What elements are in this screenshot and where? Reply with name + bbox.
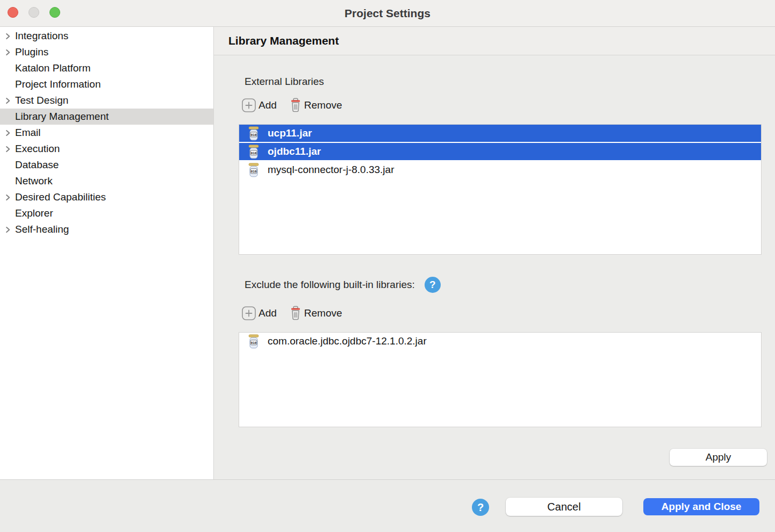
apply-and-close-button[interactable]: Apply and Close bbox=[643, 498, 759, 515]
sidebar-item-test-design[interactable]: Test Design bbox=[0, 92, 213, 109]
exclude-libraries-label: Exclude the following built-in libraries… bbox=[245, 279, 415, 291]
sidebar-item-label: Database bbox=[15, 159, 59, 171]
sidebar-item-project-information[interactable]: Project Information bbox=[0, 76, 213, 92]
external-toolbar: Add Remove bbox=[242, 98, 355, 113]
external-remove-button[interactable]: Remove bbox=[290, 98, 342, 113]
svg-text:010: 010 bbox=[251, 341, 257, 344]
remove-button-label: Remove bbox=[304, 307, 342, 319]
settings-sidebar: IntegrationsPluginsKatalon PlatformProje… bbox=[0, 27, 214, 479]
svg-text:010: 010 bbox=[251, 133, 257, 136]
exclude-remove-button[interactable]: Remove bbox=[290, 306, 342, 321]
library-name: mysql-connector-j-8.0.33.jar bbox=[268, 164, 394, 176]
library-row-ojdbc11-jar[interactable]: 010ojdbc11.jar bbox=[239, 143, 761, 160]
settings-tree: IntegrationsPluginsKatalon PlatformProje… bbox=[0, 28, 213, 238]
exclude-help-icon[interactable]: ? bbox=[425, 277, 441, 293]
library-name: com.oracle.jdbc.ojdbc7-12.1.0.2.jar bbox=[268, 335, 427, 347]
page-title: Library Management bbox=[228, 34, 339, 47]
sidebar-item-execution[interactable]: Execution bbox=[0, 141, 213, 157]
jar-file-icon: 010 bbox=[248, 145, 260, 159]
main-panel: Library Management External Libraries Ad… bbox=[214, 27, 775, 479]
sidebar-item-explorer[interactable]: Explorer bbox=[0, 205, 213, 221]
chevron-right-icon[interactable] bbox=[0, 130, 15, 136]
chevron-right-icon[interactable] bbox=[0, 146, 15, 153]
svg-text:010: 010 bbox=[251, 169, 257, 172]
sidebar-item-label: Library Management bbox=[15, 111, 109, 123]
jar-file-icon: 010 bbox=[248, 163, 260, 177]
add-button-label: Add bbox=[259, 307, 277, 319]
sidebar-item-desired-capabilities[interactable]: Desired Capabilities bbox=[0, 189, 213, 205]
footer-help-icon[interactable]: ? bbox=[472, 499, 489, 516]
sidebar-item-label: Network bbox=[15, 175, 53, 187]
exclude-toolbar: Add Remove bbox=[242, 306, 355, 321]
external-add-button[interactable]: Add bbox=[242, 98, 277, 112]
sidebar-item-plugins[interactable]: Plugins bbox=[0, 44, 213, 60]
sidebar-item-label: Plugins bbox=[15, 46, 48, 58]
exclude-label-row: Exclude the following built-in libraries… bbox=[245, 277, 441, 293]
sidebar-item-integrations[interactable]: Integrations bbox=[0, 28, 213, 44]
add-icon bbox=[242, 98, 256, 112]
exclude-libraries-list: 010com.oracle.jdbc.ojdbc7-12.1.0.2.jar bbox=[239, 332, 762, 427]
add-icon bbox=[242, 306, 256, 320]
add-button-label: Add bbox=[259, 99, 277, 111]
chevron-right-icon[interactable] bbox=[0, 49, 15, 56]
exclude-add-button[interactable]: Add bbox=[242, 306, 277, 320]
library-row-mysql-connector-j-8-0-33-jar[interactable]: 010mysql-connector-j-8.0.33.jar bbox=[239, 161, 761, 178]
sidebar-item-database[interactable]: Database bbox=[0, 157, 213, 173]
sidebar-item-self-healing[interactable]: Self-healing bbox=[0, 221, 213, 238]
sidebar-item-katalon-platform[interactable]: Katalon Platform bbox=[0, 60, 213, 76]
sidebar-item-label: Email bbox=[15, 127, 41, 139]
sidebar-item-label: Test Design bbox=[15, 95, 68, 106]
library-name: ojdbc11.jar bbox=[268, 146, 321, 157]
sidebar-item-email[interactable]: Email bbox=[0, 125, 213, 141]
sidebar-item-label: Project Information bbox=[15, 78, 101, 90]
sidebar-item-label: Self-healing bbox=[15, 224, 69, 235]
library-name: ucp11.jar bbox=[268, 127, 312, 139]
sidebar-item-library-management[interactable]: Library Management bbox=[0, 109, 213, 125]
section-header: Library Management bbox=[214, 27, 775, 55]
apply-button[interactable]: Apply bbox=[670, 449, 767, 466]
sidebar-item-label: Desired Capabilities bbox=[15, 191, 106, 203]
sidebar-item-label: Execution bbox=[15, 143, 60, 155]
jar-file-icon: 010 bbox=[248, 334, 260, 349]
library-row-com-oracle-jdbc-ojdbc7-12-1-0-2-jar[interactable]: 010com.oracle.jdbc.ojdbc7-12.1.0.2.jar bbox=[239, 333, 761, 350]
sidebar-item-label: Explorer bbox=[15, 207, 53, 219]
jar-file-icon: 010 bbox=[248, 126, 260, 141]
chevron-right-icon[interactable] bbox=[0, 226, 15, 233]
chevron-right-icon[interactable] bbox=[0, 97, 15, 104]
library-row-ucp11-jar[interactable]: 010ucp11.jar bbox=[239, 125, 761, 142]
trash-icon bbox=[290, 306, 302, 321]
remove-button-label: Remove bbox=[304, 99, 342, 111]
sidebar-item-network[interactable]: Network bbox=[0, 173, 213, 189]
chevron-right-icon[interactable] bbox=[0, 194, 15, 201]
external-libraries-list: 010ucp11.jar010ojdbc11.jar010mysql-conne… bbox=[239, 124, 762, 255]
external-libraries-label: External Libraries bbox=[245, 76, 324, 88]
trash-icon bbox=[290, 98, 302, 113]
titlebar: Project Settings bbox=[0, 0, 775, 27]
svg-text:010: 010 bbox=[251, 151, 257, 154]
window-title: Project Settings bbox=[0, 0, 775, 27]
chevron-right-icon[interactable] bbox=[0, 33, 15, 40]
sidebar-item-label: Katalon Platform bbox=[15, 62, 90, 74]
sidebar-item-label: Integrations bbox=[15, 30, 68, 42]
cancel-button[interactable]: Cancel bbox=[506, 498, 622, 516]
dialog-footer: ? Cancel Apply and Close bbox=[0, 479, 775, 532]
